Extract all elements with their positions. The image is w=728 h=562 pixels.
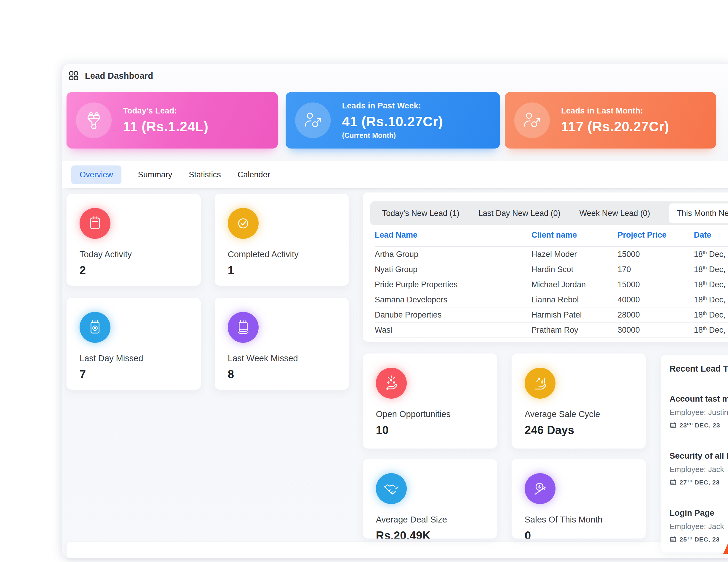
flip-calendar-icon (228, 312, 259, 343)
cell-project-price[interactable]: 15000 (618, 246, 694, 262)
table-row[interactable]: Samana Developers Lianna Rebol 40000 18t… (375, 292, 728, 308)
tab-statistics[interactable]: Statistics (189, 165, 221, 184)
task-title: Login Page (670, 508, 728, 518)
stat-card-leads-last-month: Leads in Last Month: 117 (Rs.20.27Cr) (505, 92, 716, 148)
task-title: Security of all M (670, 451, 728, 461)
card-value: 1 (228, 264, 349, 277)
cell-project-price[interactable]: 40000 (618, 292, 694, 308)
lead-table-card: Today's New Lead (1) Last Day New Lead (… (363, 192, 728, 342)
recent-lead-tasks-panel: Recent Lead Ta Account tast ma Employee:… (661, 355, 728, 553)
calendar-x-icon (80, 312, 110, 343)
list-item[interactable]: Security of all M Employee: Jack 27TH DE… (670, 438, 728, 495)
task-employee: Employee: Jack (670, 465, 728, 474)
card-value: 2 (80, 264, 201, 277)
tab-todays-new-lead[interactable]: Today's New Lead (1) (382, 209, 459, 218)
column-header-lead-name[interactable]: Lead Name (375, 230, 531, 246)
tab-week-new-lead[interactable]: Week New Lead (0) (579, 209, 650, 218)
lead-funnel-icon: 7 (76, 102, 112, 138)
card-last-day-missed: Last Day Missed 7 (67, 298, 201, 390)
cell-project-price[interactable]: 15000 (618, 277, 694, 292)
dollar-growth-icon: $ (525, 473, 556, 504)
card-label: Today Activity (80, 249, 201, 259)
stat-label: Leads in Last Month: (561, 106, 669, 115)
cell-project-price[interactable]: 28000 (618, 308, 694, 323)
cell-date[interactable]: 18th Dec, 2 (694, 308, 728, 323)
table-row[interactable]: Pride Purple Properties Michael Jordan 1… (375, 277, 728, 292)
stat-value: 41 (Rs.10.27Cr) (342, 113, 443, 129)
card-average-sale-cycle: Average Sale Cycle 246 Days (512, 354, 646, 449)
cell-lead-name[interactable]: Danube Properties (375, 308, 531, 323)
cell-lead-name[interactable]: Pride Purple Properties (375, 277, 531, 292)
stat-card-leads-past-week: Leads in Past Week: 41 (Rs.10.27Cr) (Cur… (286, 92, 500, 148)
stat-label: Today's Lead: (123, 106, 208, 115)
card-value: 10 (376, 424, 497, 437)
lead-table-body: Artha Group Hazel Moder 15000 18th Dec, … (375, 246, 728, 338)
hand-stars-icon (376, 368, 407, 399)
column-header-client-name[interactable]: Client name (531, 230, 618, 246)
lead-table-tab-bar: Today's New Lead (1) Last Day New Lead (… (370, 201, 728, 225)
calendar-icon (80, 208, 110, 239)
stat-label: Leads in Past Week: (342, 101, 443, 110)
stat-value: 117 (Rs.20.27Cr) (561, 118, 669, 134)
svg-text:7: 7 (93, 125, 95, 129)
cell-client-name[interactable]: Harmish Patel (531, 308, 618, 323)
column-header-project-price[interactable]: Project Price (618, 230, 694, 246)
stat-text: Today's Lead: 11 (Rs.1.24L) (123, 106, 208, 134)
card-label: Average Sale Cycle (525, 409, 646, 419)
cell-date[interactable]: 18th Dec, 2 (694, 246, 728, 262)
horizontal-scrollbar-track[interactable] (67, 542, 728, 558)
tab-calender[interactable]: Calender (238, 165, 270, 184)
task-date: 23RD DEC, 23 (670, 422, 728, 429)
cell-lead-name[interactable]: Nyati Group (375, 262, 531, 277)
stat-card-todays-lead: 7 Today's Lead: 11 (Rs.1.24L) (67, 92, 278, 148)
lead-dashboard-page: Lead Dashboard 7 Today's Lead: 11 (Rs.1.… (0, 0, 728, 562)
hand-growth-chart-icon (525, 368, 556, 399)
list-item[interactable]: Account tast ma Employee: Justin 23RD DE… (670, 381, 728, 438)
table-row[interactable]: Danube Properties Harmish Patel 28000 18… (375, 308, 728, 323)
task-employee: Employee: Jack (670, 522, 728, 531)
card-label: Last Week Missed (228, 354, 349, 363)
tab-this-month-new-lead[interactable]: This Month New Lea (669, 203, 728, 223)
cell-client-name[interactable]: Michael Jordan (531, 277, 618, 292)
cell-date[interactable]: 18th Dec, 2 (694, 277, 728, 292)
cell-date[interactable]: 18th Dec, 2 (694, 292, 728, 308)
cell-client-name[interactable]: Pratham Roy (531, 323, 618, 338)
tab-last-day-new-lead[interactable]: Last Day New Lead (0) (478, 209, 560, 218)
lead-table: Lead Name Client name Project Price Date… (375, 230, 728, 338)
cell-lead-name[interactable]: Samana Developers (375, 292, 531, 308)
cell-client-name[interactable]: Lianna Rebol (531, 292, 618, 308)
card-last-week-missed: Last Week Missed 8 (215, 298, 349, 390)
cell-date[interactable]: 18th Dec, 2 (694, 323, 728, 338)
list-item[interactable]: Login Page Employee: Jack 25TH DEC, 23 (670, 495, 728, 552)
table-row[interactable]: Wasl Pratham Roy 30000 18th Dec, 2 (375, 323, 728, 338)
stat-value: 11 (Rs.1.24L) (123, 118, 208, 134)
cell-date[interactable]: 18th Dec, 2 (694, 262, 728, 277)
card-value: Rs.20.49K (376, 529, 497, 539)
stat-text: Leads in Past Week: 41 (Rs.10.27Cr) (Cur… (342, 101, 443, 140)
cell-project-price[interactable]: 30000 (618, 323, 694, 338)
handshake-icon (376, 473, 407, 504)
stat-sublabel: (Current Month) (342, 131, 443, 140)
cell-lead-name[interactable]: Artha Group (375, 246, 531, 262)
cell-lead-name[interactable]: Wasl (375, 323, 531, 338)
top-bar: Lead Dashboard (68, 70, 153, 81)
dashboard-canvas: Lead Dashboard 7 Today's Lead: 11 (Rs.1.… (62, 64, 728, 558)
column-header-date[interactable]: Date (694, 230, 728, 246)
tab-summary[interactable]: Summary (138, 165, 172, 184)
calendar-icon (670, 479, 677, 486)
cell-client-name[interactable]: Hardin Scot (531, 262, 618, 277)
cell-client-name[interactable]: Hazel Moder (531, 246, 618, 262)
card-label: Sales Of This Month (525, 515, 646, 525)
card-open-opportunities: Open Opportunities 10 (363, 354, 497, 449)
card-label: Average Deal Size (376, 515, 497, 525)
cell-project-price[interactable]: 170 (618, 262, 694, 277)
tab-overview[interactable]: Overview (71, 165, 121, 184)
card-sales-of-this-month: $ Sales Of This Month 0 (512, 459, 646, 539)
task-date: 27TH DEC, 23 (670, 479, 728, 486)
card-value: 8 (228, 368, 349, 381)
table-row[interactable]: Artha Group Hazel Moder 15000 18th Dec, … (375, 246, 728, 262)
card-label: Last Day Missed (80, 354, 201, 363)
card-today-activity: Today Activity 2 (67, 194, 201, 286)
table-row[interactable]: Nyati Group Hardin Scot 170 18th Dec, 2 (375, 262, 728, 277)
calendar-icon (670, 536, 677, 543)
